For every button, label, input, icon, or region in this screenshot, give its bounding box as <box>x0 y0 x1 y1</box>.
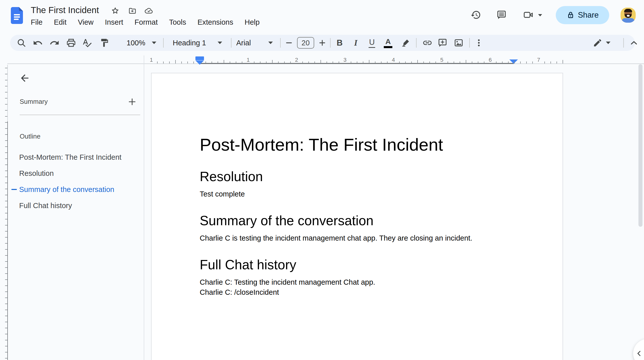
doc-title[interactable]: Post-Mortem: The First Incident <box>200 135 514 155</box>
toolbar-divider <box>231 38 231 48</box>
menu-extensions[interactable]: Extensions <box>197 18 233 26</box>
doc-paragraph[interactable]: Charlie C: Testing the incident manageme… <box>200 277 514 287</box>
outline-item[interactable]: Summary of the conversation <box>8 181 141 198</box>
document-title-field[interactable]: The First Incident <box>31 5 99 15</box>
ruler-tick <box>496 61 496 63</box>
hide-menus-icon[interactable] <box>629 35 639 51</box>
undo-icon[interactable] <box>33 35 43 51</box>
ruler-tick <box>5 68 7 68</box>
chevron-left-icon <box>635 349 643 357</box>
ruler-tick <box>5 219 7 219</box>
comments-icon[interactable] <box>496 10 507 20</box>
ruler-tick <box>5 334 7 334</box>
doc-heading[interactable]: Resolution <box>200 169 514 184</box>
spellcheck-icon[interactable] <box>82 35 92 51</box>
search-menus-icon[interactable] <box>16 35 26 51</box>
add-comment-icon[interactable] <box>437 35 448 51</box>
text-color-button[interactable]: A <box>384 35 392 51</box>
doc-heading[interactable]: Summary of the conversation <box>200 213 514 228</box>
style-dropdown-icon[interactable] <box>218 35 222 51</box>
menu-view[interactable]: View <box>78 18 94 26</box>
more-options-icon[interactable] <box>474 35 483 51</box>
highlight-color-icon[interactable] <box>401 35 411 51</box>
ruler-tick <box>218 61 218 63</box>
decrease-font-size-icon[interactable] <box>284 35 294 51</box>
ruler-tick <box>435 61 436 63</box>
ruler-tick <box>429 61 430 63</box>
outline-item-label: Post-Mortem: The First Incident <box>19 153 122 161</box>
font-select[interactable]: Arial <box>236 35 251 51</box>
video-call-dropdown-icon[interactable] <box>538 14 542 16</box>
ruler-number: 4 <box>392 57 395 63</box>
underline-button[interactable]: U <box>369 35 375 51</box>
menu-format[interactable]: Format <box>135 18 158 26</box>
sidebar-document-separator <box>144 55 144 360</box>
menu-file[interactable]: File <box>31 18 43 26</box>
ruler-tick <box>5 195 7 195</box>
vertical-scrollbar-thumb[interactable] <box>638 64 642 227</box>
ruler-tick <box>526 61 527 63</box>
ruler-tick <box>544 61 545 63</box>
document-page[interactable]: Post-Mortem: The First Incident Resoluti… <box>151 73 563 360</box>
redo-icon[interactable] <box>49 35 60 51</box>
left-indent-marker[interactable] <box>195 60 204 65</box>
add-summary-icon[interactable] <box>127 97 137 107</box>
font-dropdown-icon[interactable] <box>268 35 273 51</box>
summary-label: Summary <box>20 98 48 106</box>
first-line-indent-marker[interactable] <box>195 56 204 60</box>
star-icon[interactable] <box>111 7 120 15</box>
menu-help[interactable]: Help <box>245 18 260 26</box>
outline-item[interactable]: Post-Mortem: The First Incident <box>8 149 141 165</box>
ruler-tick <box>5 165 7 165</box>
ruler-tick <box>224 60 224 63</box>
font-size-input[interactable]: 20 <box>297 37 314 49</box>
ruler-number: 6 <box>489 57 492 63</box>
show-side-panel-button[interactable] <box>633 339 644 360</box>
increase-font-size-icon[interactable] <box>318 35 327 51</box>
zoom-dropdown-icon[interactable] <box>152 35 156 51</box>
ruler-tick <box>399 61 400 63</box>
ruler-tick <box>466 60 466 63</box>
ruler-tick <box>411 61 412 63</box>
close-outline-back-icon[interactable] <box>19 73 30 84</box>
doc-heading[interactable]: Full Chat history <box>200 257 514 273</box>
ruler-tick <box>5 183 7 183</box>
avatar-shirt <box>622 18 634 23</box>
share-button[interactable]: Share <box>556 6 609 24</box>
docs-logo-icon[interactable] <box>11 7 23 24</box>
outline-item-label: Summary of the conversation <box>19 185 114 194</box>
ruler-tick <box>5 298 7 298</box>
cloud-saved-icon[interactable] <box>144 7 153 15</box>
account-avatar[interactable] <box>621 8 636 23</box>
doc-paragraph[interactable]: Charlie C: /closeIncident <box>200 287 514 297</box>
doc-paragraph[interactable]: Test complete <box>200 189 514 199</box>
paint-format-icon[interactable] <box>100 35 109 51</box>
sidebar-divider <box>20 115 140 115</box>
paragraph-style-select[interactable]: Heading 1 <box>173 35 206 51</box>
ruler-tick <box>236 61 236 63</box>
right-indent-marker[interactable] <box>509 59 518 64</box>
menu-insert[interactable]: Insert <box>105 18 123 26</box>
bold-button[interactable]: B <box>337 35 343 51</box>
ruler-tick <box>290 61 291 63</box>
move-folder-icon[interactable] <box>128 7 137 15</box>
menu-tools[interactable]: Tools <box>169 18 186 26</box>
video-call-icon[interactable] <box>522 10 533 20</box>
doc-paragraph-group: Test complete <box>200 189 514 199</box>
editing-mode-dropdown-icon[interactable] <box>606 35 610 51</box>
ruler-number: 2 <box>295 57 298 63</box>
print-icon[interactable] <box>66 35 76 51</box>
insert-image-icon[interactable] <box>454 35 464 51</box>
menu-edit[interactable]: Edit <box>54 18 67 26</box>
version-history-icon[interactable] <box>471 10 481 20</box>
ruler-tick <box>423 61 424 63</box>
ruler-tick <box>484 61 484 63</box>
doc-paragraph[interactable]: Charlie C is testing the incident manage… <box>200 233 514 243</box>
italic-button[interactable]: I <box>354 35 358 51</box>
outline-item[interactable]: Resolution <box>8 165 141 181</box>
outline-item[interactable]: Full Chat history <box>8 198 141 214</box>
editing-mode-pencil-icon[interactable] <box>593 35 602 51</box>
insert-link-icon[interactable] <box>422 35 432 51</box>
zoom-select[interactable]: 100% <box>127 35 145 51</box>
ruler-tick <box>308 61 309 63</box>
